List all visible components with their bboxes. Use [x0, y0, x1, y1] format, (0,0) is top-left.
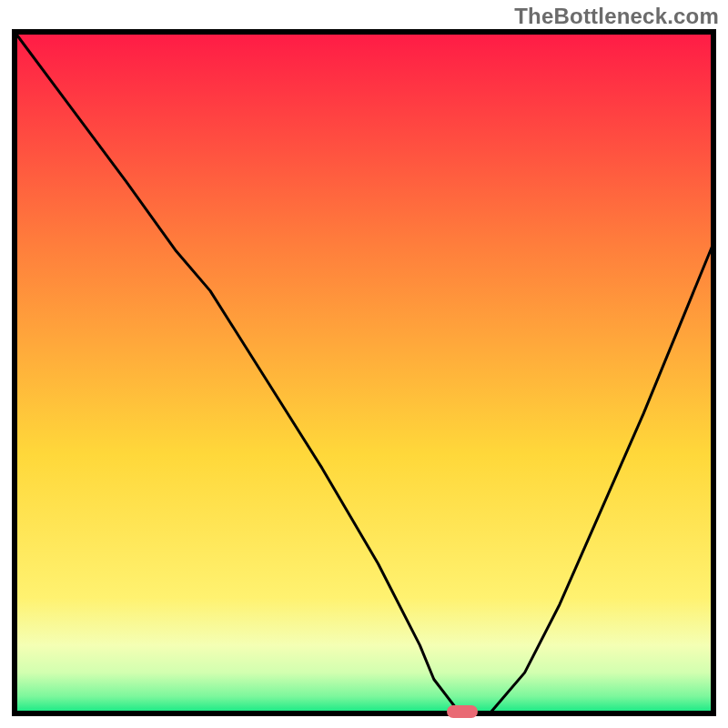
plot-area: [12, 29, 716, 716]
plot-svg: [12, 29, 716, 716]
chart-frame: TheBottleneck.com: [0, 0, 728, 728]
gradient-background: [15, 32, 713, 713]
optimum-marker: [447, 705, 478, 718]
watermark-text: TheBottleneck.com: [514, 4, 719, 29]
